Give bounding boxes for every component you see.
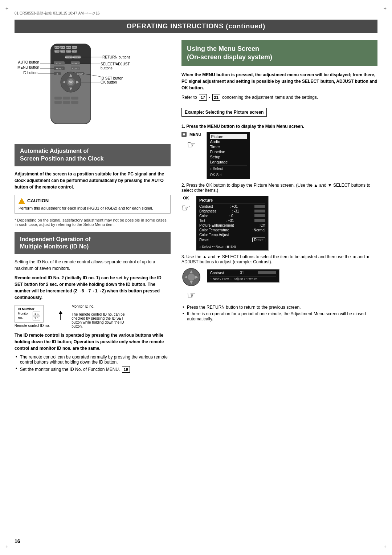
pm-contrast-label: Contrast [199,204,213,208]
svg-text:RGB1: RGB1 [54,46,59,49]
svg-text:S.ER: S.ER [66,50,71,53]
menu-icon-area: ▣ MENU [181,132,201,137]
svg-text:AUTO: AUTO [56,62,62,65]
pm-tint-val: : +31 [226,219,234,223]
ref-num1: 17 [199,94,207,101]
id-number-label: ID Number [18,307,40,311]
menu-icon-label: MENU [189,132,201,137]
pm-color-bar [254,214,265,217]
id-bullet2: Set the monitor using the ID No. of Func… [15,366,171,373]
hand-icon-1: ☞ [187,139,196,151]
ref-num2: 21 [212,94,220,101]
pm-row-contrast: Contrast : +31 [199,204,265,209]
refer-text2: concerning the adjustment items and the … [222,95,318,100]
pm-tint-label: Tint [199,219,205,223]
refer-label: Refer to [181,95,197,100]
corner-mark-tl: + [5,5,8,11]
contrast-value: +31 [238,271,244,275]
svg-text:SELECT/ADJUST: SELECT/ADJUST [101,62,130,66]
pm-enhancement-label: Picture Enhancement [199,223,234,227]
step2-icons: OK ☞ [181,196,191,214]
contrast-row: Contrast +31 [210,271,276,275]
id-arrow-svg [55,311,66,322]
ref-number-19: 19 [122,366,130,373]
svg-text:MUTE: MUTE [66,46,72,49]
auto-close-note: If there is no operation for a period of… [181,311,377,321]
page-header: OPERATING INSTRUCTIONS (continued) [15,20,377,33]
id-rc-value: 1 1 [33,316,40,320]
corner-mark-tr: + [384,5,387,11]
left-column: RGB1 RGB2 MUTE VOL- AC1 AC2 S.ER RECALL [15,40,171,374]
id-rc-label: R/C [18,316,24,320]
pm-reset-label: Reset [199,238,209,242]
id-note: Monitor ID no. The remote control ID no.… [72,304,130,328]
svg-text:ID SET: ID SET [77,73,83,75]
svg-text:RETURN: RETURN [65,56,73,58]
menu-item-timer: Timer [210,144,247,149]
svg-text:RGB2: RGB2 [60,46,65,49]
menu-ok: OK Set [210,172,247,177]
svg-rect-46 [54,101,62,104]
id-section-header: Independent Operation of Multiple Monito… [15,232,171,255]
remote-diagram-area: RGB1 RGB2 MUTE VOL- AC1 AC2 S.ER RECALL [15,40,138,142]
svg-text:MENU button: MENU button [17,65,39,69]
pm-brightness-bar [254,210,265,212]
caution-text: Perform this adjustment for each input (… [19,206,167,210]
svg-text:RETURN buttons: RETURN buttons [102,55,130,59]
step1-label: 1. Press the MENU button to display the … [181,124,377,129]
menu-item-function: Function [210,149,247,154]
svg-marker-65 [59,311,62,314]
pm-row-colortemp: Color Temperature : Normal [199,228,265,232]
hand-icon-2: ☞ [181,202,191,214]
contrast-bar-screen: Contrast +31 ↕ Next / Prev ↔ Adjust ↩ Re… [207,269,279,283]
svg-text:AUTO button: AUTO button [18,60,39,64]
pm-enhancement-val: : Off [258,223,265,227]
step3-group: ☞ Contrast +31 ↕ Next / Prev ↔ Adjust ↩ … [181,267,377,301]
contrast-bottom-nav: ↕ Next / Prev ↔ Adjust ↩ Return [210,276,276,281]
remote-control-svg: RGB1 RGB2 MUTE VOL- AC1 AC2 S.ER RECALL [15,40,138,142]
pm-colortempAdj-label: Color Temp.Adjust [199,233,229,237]
step1-group: ▣ MENU ☞ Picture Audio Timer Function Se… [181,132,377,179]
menu-item-setup: Setup [210,154,247,159]
svg-text:ID: ID [57,73,58,75]
pm-row-enhancement: Picture Enhancement : Off [199,223,265,228]
svg-rect-44 [63,97,70,100]
svg-text:AC2: AC2 [61,50,65,53]
pm-row-tint: Tint : +31 [199,218,265,223]
corner-mark-br: + [384,544,387,550]
pm-row-color: Color : 0 [199,214,265,218]
svg-text:MENU: MENU [56,68,62,70]
right-column: Using the Menu Screen (On-screen display… [181,40,377,374]
step3-icons: ☞ [181,267,201,301]
id-number-diagram: ID Number Monitor 1 1 R/C 1 1 Remote con… [15,304,171,328]
svg-point-67 [188,274,195,281]
svg-text:ID button: ID button [23,71,37,75]
svg-text:ADJUST: ADJUST [72,68,78,70]
auto-note: * Depending on the signal, satisfactory … [15,218,171,227]
svg-rect-45 [71,97,78,100]
id-description2: Remote control ID No. 2 (initially ID no… [15,275,171,301]
svg-rect-43 [54,97,62,100]
pm-reset-btn: Reset [252,238,265,242]
id-monitor-label: Monitor [18,312,29,316]
remote-id-label: Remote control ID no. [15,324,50,328]
return-note: Press the RETURN button to return to the… [181,305,377,310]
pm-colortemp-val: : Normal [252,228,265,232]
ok-label: OK [183,196,189,200]
caution-box: CAUTION Perform this adjustment for each… [15,195,171,214]
pm-contrast-bar [254,205,265,208]
auto-description: Adjustment of the screen to a position s… [15,171,171,190]
pm-row-reset: Reset Reset [199,237,265,243]
id-box-row2: R/C 1 1 [18,316,40,320]
pm-brightness-label: Brightness [199,209,216,213]
svg-text:OK button: OK button [101,80,117,84]
menu-item-audio: Audio [210,139,247,144]
picture-menu-title: Picture [199,198,265,203]
svg-text:SELECT: SELECT [72,62,78,65]
svg-text:buttons: buttons [101,66,113,70]
pm-bottom-nav: ↕ Select ↩ Return ▣ Exit [199,244,265,248]
id-footer: The ID remote control is operated by pre… [15,332,171,352]
menu-item-language: Language [210,159,247,165]
id-number-box: ID Number Monitor 1 1 R/C 1 1 [15,305,44,323]
arrow-pad-icon [181,267,201,287]
